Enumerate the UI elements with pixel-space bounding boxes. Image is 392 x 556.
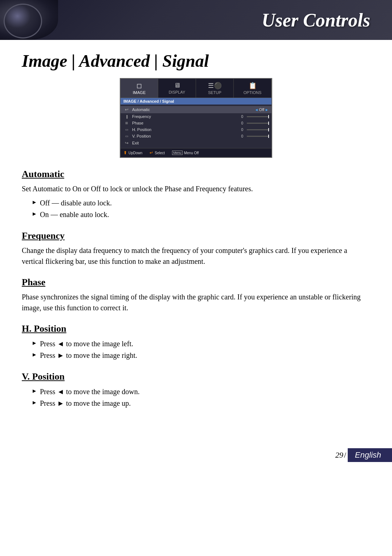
phase-body: Phase synchronizes the signal timing of …: [22, 291, 370, 313]
automatic-label: Automatic: [132, 107, 255, 112]
page-footer: 29 / English: [0, 448, 392, 462]
phase-label: Phase: [132, 121, 241, 125]
automatic-value: Off: [259, 107, 264, 112]
auto-arrows: ◄ Off ►: [255, 107, 269, 112]
language-badge: English: [348, 448, 392, 462]
main-content: Image | Advanced | Signal ◻ IMAGE 🖥 DISP…: [0, 40, 392, 441]
arrow-right-icon: ►: [265, 108, 269, 112]
hposition-slider: [247, 129, 269, 130]
list-item: Off — disable auto lock.: [33, 197, 370, 209]
frequency-heading: Frequency: [22, 230, 370, 241]
section-vposition: V. Position Press ◄ to move the image do…: [22, 371, 370, 409]
osd-row-phase[interactable]: ⊞ Phase 0: [121, 120, 271, 126]
exit-icon: ↪: [123, 140, 130, 146]
frequency-slider: [247, 116, 269, 117]
hposition-heading: H. Position: [22, 323, 370, 334]
section-frequency: Frequency Change the display data freque…: [22, 230, 370, 267]
header: User Controls: [0, 0, 392, 40]
osd-tab-options[interactable]: 📋 OPTIONS: [234, 79, 271, 98]
list-item: Press ◄ to move the image left.: [33, 338, 370, 349]
phase-heading: Phase: [22, 277, 370, 288]
osd-rows: ↩ Automatic ◄ Off ► |||| Frequency 0 ⊞ P…: [121, 105, 271, 148]
vposition-heading: V. Position: [22, 371, 370, 382]
osd-tab-image-label: IMAGE: [133, 90, 146, 95]
hposition-value: 0: [241, 128, 243, 132]
frequency-label: Frequency: [132, 114, 241, 119]
osd-footer-menuoff-label: Menu Off: [184, 151, 199, 155]
automatic-body: Set Automatic to On or Off to lock or un…: [22, 183, 370, 194]
image-tab-icon: ◻: [122, 82, 156, 90]
page-number: 29: [335, 450, 343, 460]
section-hposition: H. Position Press ◄ to move the image le…: [22, 323, 370, 361]
osd-menu: ◻ IMAGE 🖥 DISPLAY ☰⚫ SETUP 📋 OPTIONS IMA…: [120, 78, 272, 158]
automatic-heading: Automatic: [22, 169, 370, 180]
osd-row-exit[interactable]: ↪ Exit: [121, 139, 271, 147]
frequency-icon: ||||: [123, 115, 130, 119]
osd-tab-image[interactable]: ◻ IMAGE: [121, 79, 158, 98]
osd-breadcrumb: IMAGE / Advanced / Signal: [121, 98, 271, 105]
hposition-bullets: Press ◄ to move the image left. Press ► …: [33, 338, 370, 361]
options-tab-icon: 📋: [235, 82, 270, 90]
vposition-slider: [247, 136, 269, 137]
osd-footer-updown-label: UpDown: [128, 151, 142, 155]
automatic-bullets: Off — disable auto lock. On — enable aut…: [33, 197, 370, 220]
osd-row-automatic[interactable]: ↩ Automatic ◄ Off ►: [121, 106, 271, 113]
osd-tab-options-label: OPTIONS: [244, 90, 262, 95]
osd-footer-select-label: Select: [155, 151, 165, 155]
updown-icon: ⬆: [123, 150, 127, 155]
osd-row-hposition[interactable]: ▭ H. Position 0: [121, 126, 271, 133]
select-icon: ↵: [150, 150, 153, 155]
osd-footer: ⬆ UpDown ↵ Select Menu Menu Off: [121, 148, 271, 157]
frequency-body: Change the display data frequency to mat…: [22, 245, 370, 267]
osd-tab-setup-label: SETUP: [208, 90, 221, 95]
osd-tab-display-label: DISPLAY: [169, 90, 185, 94]
section-automatic: Automatic Set Automatic to On or Off to …: [22, 169, 370, 220]
osd-tab-display[interactable]: 🖥 DISPLAY: [158, 79, 196, 98]
phase-icon: ⊞: [123, 121, 130, 125]
exit-label: Exit: [132, 141, 269, 145]
phase-slider: [247, 123, 269, 124]
list-item: Press ◄ to move the image down.: [33, 386, 370, 397]
list-item: Press ► to move the image up.: [33, 397, 370, 409]
lens-decoration: [0, 0, 58, 40]
list-item: Press ► to move the image right.: [33, 349, 370, 361]
phase-value: 0: [241, 121, 243, 125]
frequency-value: 0: [241, 115, 243, 119]
arrow-left-icon: ◄: [255, 108, 258, 112]
vposition-bullets: Press ◄ to move the image down. Press ► …: [33, 386, 370, 409]
page-slash: /: [344, 450, 346, 460]
vposition-label: V. Position: [132, 134, 241, 138]
hposition-label: H. Position: [132, 127, 241, 132]
list-item: On — enable auto lock.: [33, 209, 370, 220]
section-phase: Phase Phase synchronizes the signal timi…: [22, 277, 370, 313]
osd-row-frequency[interactable]: |||| Frequency 0: [121, 113, 271, 120]
page-title: User Controls: [262, 9, 370, 31]
osd-footer-select: ↵ Select: [150, 150, 165, 155]
vposition-icon: ▭: [123, 134, 130, 138]
setup-tab-icon: ☰⚫: [197, 82, 232, 90]
vposition-value: 0: [241, 134, 243, 138]
osd-row-vposition[interactable]: ▭ V. Position 0: [121, 133, 271, 139]
osd-footer-updown: ⬆ UpDown: [123, 150, 142, 155]
hposition-icon: ▭: [123, 128, 130, 131]
page-subtitle: Image | Advanced | Signal: [22, 51, 370, 71]
language-label: English: [355, 450, 381, 459]
osd-tabs: ◻ IMAGE 🖥 DISPLAY ☰⚫ SETUP 📋 OPTIONS: [121, 79, 271, 98]
osd-footer-menuoff: Menu Menu Off: [172, 150, 199, 155]
display-tab-icon: 🖥: [160, 82, 194, 89]
automatic-icon: ↩: [123, 107, 130, 112]
menuoff-icon: Menu: [172, 151, 183, 155]
osd-tab-setup[interactable]: ☰⚫ SETUP: [196, 79, 234, 98]
